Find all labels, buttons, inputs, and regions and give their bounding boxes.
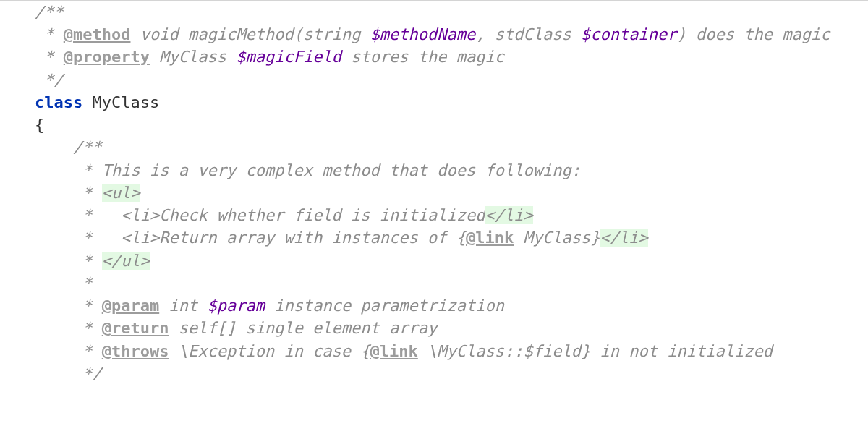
html-li-close: </li> xyxy=(485,206,533,224)
link-target: MyClass xyxy=(514,229,590,247)
code-line: * @param int $param instance parametriza… xyxy=(0,294,868,317)
return-type: void xyxy=(130,25,178,43)
brace: { xyxy=(35,116,44,134)
html-li-open: <li> xyxy=(121,206,159,224)
code-line: * <ul> xyxy=(0,182,868,204)
doc-desc: This is a very complex method that does … xyxy=(102,161,581,179)
code-line: * @return self[] single element array xyxy=(0,317,868,339)
doc-star: * xyxy=(35,48,64,66)
code-line: */ xyxy=(0,69,868,91)
property-var: $magicField xyxy=(236,48,341,66)
doc-star: * xyxy=(35,319,102,337)
code-line: class MyClass xyxy=(0,91,868,114)
comment-open: /** xyxy=(35,138,102,156)
code-editor[interactable]: /** * @method void magicMethod(string $m… xyxy=(0,0,868,385)
return-type: self[] xyxy=(169,319,236,337)
phpdoc-property-tag: @property xyxy=(64,48,150,66)
code-line: * @property MyClass $magicField stores t… xyxy=(0,46,868,68)
keyword-class: class xyxy=(35,93,92,111)
doc-star: * xyxy=(35,206,102,224)
code-line: * This is a very complex method that doe… xyxy=(0,159,868,182)
class-name: MyClass xyxy=(92,93,159,111)
html-li-open: <li> xyxy=(121,229,159,247)
doc-star: * xyxy=(35,252,102,270)
doc-desc: instance parametrization xyxy=(265,297,504,315)
link-target: \MyClass::$field xyxy=(418,342,581,360)
code-line: * <li>Return array with instances of {@l… xyxy=(0,226,868,249)
doc-star: * xyxy=(35,25,64,43)
doc-desc: does the magic xyxy=(686,25,830,43)
code-line: /** xyxy=(0,1,868,23)
phpdoc-link-tag: @link xyxy=(370,342,418,360)
paren: ) xyxy=(677,25,686,43)
method-name: magicMethod xyxy=(179,25,294,43)
code-line: * <li>Check whether field is initialized… xyxy=(0,204,868,226)
doc-star: * xyxy=(35,297,102,315)
comment-open: /** xyxy=(35,3,64,21)
brace-close: } xyxy=(590,229,600,247)
phpdoc-throws-tag: @throws xyxy=(102,342,169,360)
code-line: * </ul> xyxy=(0,250,868,272)
doc-desc: in case { xyxy=(274,342,370,360)
param-var: $param xyxy=(207,297,264,315)
comma: , xyxy=(475,25,495,43)
phpdoc-link-tag: @link xyxy=(466,229,514,247)
code-line: * @method void magicMethod(string $metho… xyxy=(0,23,868,46)
phpdoc-param-tag: @param xyxy=(102,297,159,315)
comment-close: */ xyxy=(35,365,102,383)
doc-desc: single element array xyxy=(236,319,437,337)
doc-star: * xyxy=(35,184,102,202)
code-line: */ xyxy=(0,362,868,385)
doc-star: * xyxy=(35,342,102,360)
exception-type: \Exception xyxy=(169,342,274,360)
param-type: string xyxy=(303,25,370,43)
html-ul-close: </ul> xyxy=(102,252,150,270)
doc-star: * xyxy=(35,161,102,179)
param-type: stdClass xyxy=(495,25,581,43)
li-text: Check whether field is initialized xyxy=(159,206,485,224)
code-line: * @throws \Exception in case {@link \MyC… xyxy=(0,340,868,362)
doc-star: * xyxy=(35,274,92,292)
property-type: MyClass xyxy=(150,48,236,66)
phpdoc-return-tag: @return xyxy=(102,319,169,337)
comment-close: */ xyxy=(35,71,64,89)
indent xyxy=(102,229,122,247)
code-line: * xyxy=(0,272,868,294)
param-var: $methodName xyxy=(370,25,476,43)
paren: ( xyxy=(294,25,303,43)
param-type: int xyxy=(159,297,207,315)
doc-desc: } in not initialized xyxy=(581,342,773,360)
html-li-close: </li> xyxy=(600,229,648,247)
doc-desc: stores the magic xyxy=(341,48,504,66)
doc-star: * xyxy=(35,229,102,247)
li-text: Return array with instances of { xyxy=(159,229,466,247)
param-var: $container xyxy=(581,25,676,43)
phpdoc-method-tag: @method xyxy=(64,25,131,43)
code-line: /** xyxy=(0,136,868,158)
indent xyxy=(102,206,122,224)
code-line: { xyxy=(0,114,868,136)
html-ul-open: <ul> xyxy=(102,184,140,202)
